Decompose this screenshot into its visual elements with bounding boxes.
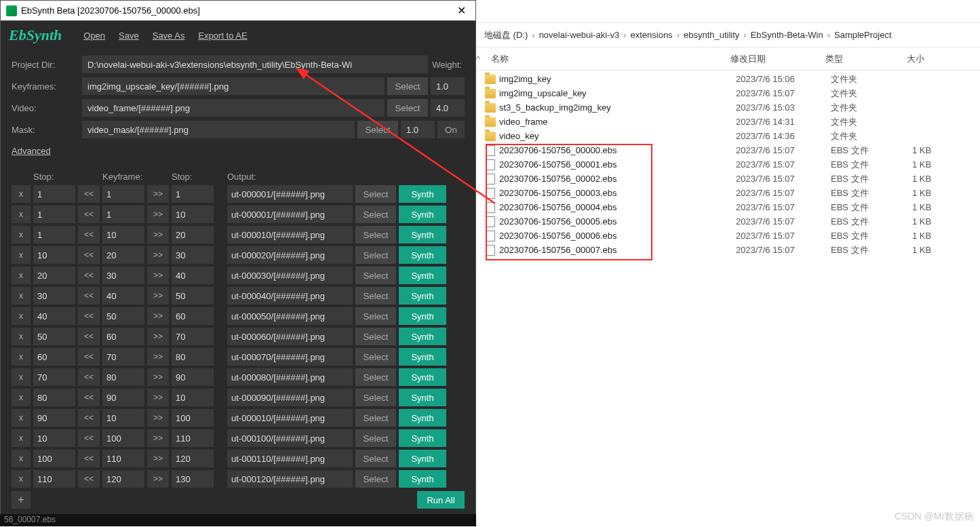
folder-row[interactable]: video_frame2023/7/6 14:31文件夹	[476, 115, 980, 129]
row-remove-button[interactable]: x	[12, 409, 31, 427]
run-all-button[interactable]: Run All	[417, 491, 465, 509]
keyframe-input[interactable]	[102, 226, 144, 243]
folder-row[interactable]: st3_5_backup_img2img_key2023/7/6 15:03文件…	[476, 100, 980, 115]
mask-on-button[interactable]: On	[437, 121, 465, 138]
output-input[interactable]	[227, 328, 353, 345]
stop1-input[interactable]	[33, 429, 75, 447]
synth-button[interactable]: Synth	[399, 409, 446, 427]
output-input[interactable]	[227, 267, 353, 284]
folder-row[interactable]: img2img_key2023/7/6 15:06文件夹	[476, 72, 980, 86]
menu-export[interactable]: Export to AE	[198, 31, 247, 41]
stop2-input[interactable]	[172, 429, 214, 447]
arrow-right-icon[interactable]: >>	[147, 287, 169, 305]
file-row[interactable]: 20230706-150756_00002.ebs2023/7/6 15:07E…	[476, 172, 980, 186]
row-remove-button[interactable]: x	[12, 226, 31, 243]
file-row[interactable]: 20230706-150756_00005.ebs2023/7/6 15:07E…	[476, 214, 980, 229]
synth-button[interactable]: Synth	[399, 429, 446, 447]
stop1-input[interactable]	[33, 226, 75, 243]
col-size[interactable]: 大小	[907, 53, 975, 65]
keyframe-input[interactable]	[102, 267, 144, 284]
add-row-button[interactable]: +	[12, 491, 31, 509]
mask-select-button[interactable]: Select	[357, 121, 398, 138]
arrow-right-icon[interactable]: >>	[147, 389, 169, 406]
output-input[interactable]	[227, 226, 353, 243]
folder-row[interactable]: img2img_upscale_key2023/7/6 15:07文件夹	[476, 86, 980, 100]
arrow-right-icon[interactable]: >>	[147, 185, 169, 203]
crumb[interactable]: EbSynth-Beta-Win	[751, 30, 823, 40]
synth-button[interactable]: Synth	[399, 450, 446, 467]
stop1-input[interactable]	[33, 368, 75, 386]
row-select-button[interactable]: Select	[355, 185, 396, 203]
row-remove-button[interactable]: x	[12, 368, 31, 386]
output-input[interactable]	[227, 246, 353, 264]
arrow-left-icon[interactable]: <<	[78, 206, 100, 223]
synth-button[interactable]: Synth	[399, 246, 446, 264]
stop2-input[interactable]	[172, 450, 214, 467]
synth-button[interactable]: Synth	[399, 226, 446, 243]
row-select-button[interactable]: Select	[355, 246, 396, 264]
arrow-left-icon[interactable]: <<	[78, 307, 100, 325]
keyframes-input[interactable]	[82, 77, 385, 95]
keyframe-input[interactable]	[102, 287, 144, 305]
arrow-left-icon[interactable]: <<	[78, 185, 100, 203]
row-remove-button[interactable]: x	[12, 267, 31, 284]
row-select-button[interactable]: Select	[355, 470, 396, 488]
output-input[interactable]	[227, 389, 353, 406]
row-select-button[interactable]: Select	[355, 307, 396, 325]
mask-input[interactable]	[82, 121, 355, 138]
stop2-input[interactable]	[172, 368, 214, 386]
arrow-left-icon[interactable]: <<	[78, 267, 100, 284]
file-row[interactable]: 20230706-150756_00006.ebs2023/7/6 15:07E…	[476, 229, 980, 243]
synth-button[interactable]: Synth	[399, 389, 446, 406]
row-remove-button[interactable]: x	[12, 429, 31, 447]
arrow-right-icon[interactable]: >>	[147, 307, 169, 325]
keyframe-input[interactable]	[102, 246, 144, 264]
menu-open[interactable]: Open	[83, 31, 105, 41]
file-row[interactable]: 20230706-150756_00003.ebs2023/7/6 15:07E…	[476, 186, 980, 200]
row-remove-button[interactable]: x	[12, 328, 31, 345]
output-input[interactable]	[227, 287, 353, 305]
file-row[interactable]: 20230706-150756_00007.ebs2023/7/6 15:07E…	[476, 243, 980, 257]
keyframe-input[interactable]	[102, 307, 144, 325]
stop1-input[interactable]	[33, 450, 75, 467]
video-input[interactable]	[82, 99, 385, 117]
arrow-left-icon[interactable]: <<	[78, 328, 100, 345]
video-weight[interactable]	[431, 99, 465, 117]
arrow-left-icon[interactable]: <<	[78, 348, 100, 366]
stop1-input[interactable]	[33, 185, 75, 203]
stop1-input[interactable]	[33, 328, 75, 345]
output-input[interactable]	[227, 348, 353, 366]
stop2-input[interactable]	[172, 389, 214, 406]
row-select-button[interactable]: Select	[355, 389, 396, 406]
folder-row[interactable]: video_key2023/7/6 14:36文件夹	[476, 129, 980, 143]
stop1-input[interactable]	[33, 307, 75, 325]
row-select-button[interactable]: Select	[355, 348, 396, 366]
keyframe-input[interactable]	[102, 470, 144, 488]
synth-button[interactable]: Synth	[399, 348, 446, 366]
stop1-input[interactable]	[33, 389, 75, 406]
stop2-input[interactable]	[172, 226, 214, 243]
arrow-left-icon[interactable]: <<	[78, 470, 100, 488]
menu-save[interactable]: Save	[119, 31, 139, 41]
row-remove-button[interactable]: x	[12, 450, 31, 467]
advanced-link[interactable]: Advanced	[12, 146, 51, 156]
stop2-input[interactable]	[172, 185, 214, 203]
synth-button[interactable]: Synth	[399, 185, 446, 203]
output-input[interactable]	[227, 307, 353, 325]
menu-save-as[interactable]: Save As	[153, 31, 185, 41]
arrow-right-icon[interactable]: >>	[147, 226, 169, 243]
stop2-input[interactable]	[172, 348, 214, 366]
col-name[interactable]: 名称	[487, 53, 730, 65]
row-remove-button[interactable]: x	[12, 307, 31, 325]
synth-button[interactable]: Synth	[399, 470, 446, 488]
arrow-right-icon[interactable]: >>	[147, 450, 169, 467]
arrow-right-icon[interactable]: >>	[147, 246, 169, 264]
synth-button[interactable]: Synth	[399, 328, 446, 345]
keyframe-input[interactable]	[102, 409, 144, 427]
output-input[interactable]	[227, 429, 353, 447]
row-remove-button[interactable]: x	[12, 287, 31, 305]
close-icon[interactable]: ✕	[453, 4, 470, 17]
row-remove-button[interactable]: x	[12, 470, 31, 488]
arrow-left-icon[interactable]: <<	[78, 368, 100, 386]
up-icon[interactable]: ^	[476, 54, 487, 64]
